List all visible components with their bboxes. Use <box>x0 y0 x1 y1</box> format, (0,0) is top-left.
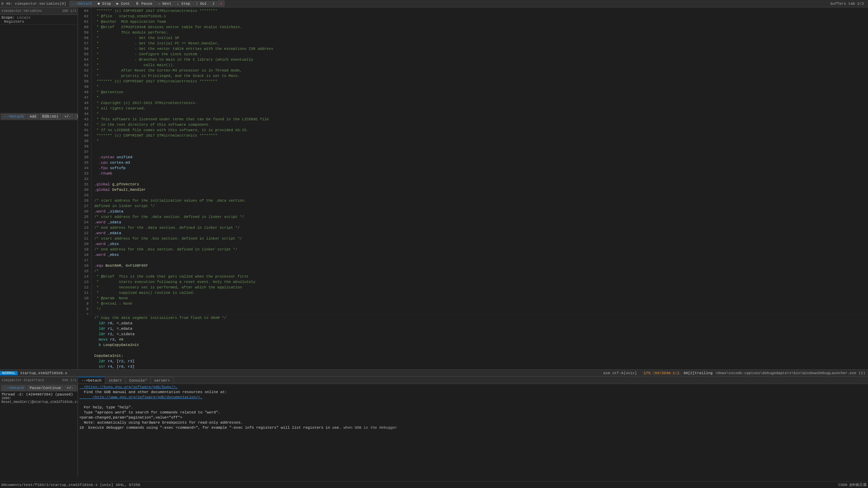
tabs-label: buffers tab 2/2 <box>830 2 864 6</box>
code-line: ******* (c) COPYRIGHT 2017 STMicroelectr… <box>94 8 868 14</box>
code-line: .word _sidata <box>94 209 868 214</box>
console-tabs: -->Detach stderr Console* server+ <box>78 377 868 384</box>
code-line: */ <box>94 306 868 312</box>
bl-pause-button[interactable]: Pause/Continue <box>27 385 63 391</box>
console-line-5: For help, type "help". <box>79 405 867 410</box>
code-line: defined in linker script */ <box>94 203 868 209</box>
bl-detach-button[interactable]: -->Detach <box>1 385 26 391</box>
app-container: 6 40: vimspector.Variables[0] -->Detach … <box>0 0 868 488</box>
trailing-status: 80[2]trailing <box>684 371 713 375</box>
code-line <box>94 258 868 263</box>
code-line <box>94 312 868 315</box>
code-line: * This module performs: <box>94 30 868 35</box>
detach-button[interactable]: -->Detach <box>70 1 94 6</box>
code-line: ldr r1, =_edata <box>94 326 868 331</box>
vim-mode: NORMAL <box>0 371 18 375</box>
code-line: * in the root directory of this software… <box>94 122 868 127</box>
stop-button[interactable]: ■ Stop <box>95 1 114 6</box>
left-pm-button[interactable]: +/- <box>62 114 74 119</box>
code-line: .thumb <box>94 171 868 176</box>
console-line-1: <https://bugs.gnu.org/software/gdb/bugs/… <box>79 385 867 390</box>
close-button[interactable]: ✕ <box>218 1 225 6</box>
editor-main: 6462616059 5857565554 5352515049 4847464… <box>78 7 868 369</box>
bottom-row: vimspector.StackTrace 54% 1/1 -->Detach … <box>0 376 868 481</box>
code-line <box>94 149 868 155</box>
bottom-right-console: -->Detach stderr Console* server+ <https… <box>78 377 868 481</box>
code-line: * <box>94 111 868 117</box>
bottom-status-text: D0cuments/test/f103/1/startup_stm32f103x… <box>1 483 140 487</box>
code-line: * @param None <box>94 296 868 301</box>
left-detach-button[interactable]: -->Detach <box>1 114 26 119</box>
console-line-9: 19 Execute debugger commands using "-exe… <box>79 425 867 430</box>
left-add-button[interactable]: Add <box>27 114 39 119</box>
code-line: * Copyright (c) 2017-2021 STMicroelectro… <box>94 100 868 106</box>
code-line: .word _sbss <box>94 241 868 247</box>
bottom-left-panel: vimspector.StackTrace 54% 1/1 -->Detach … <box>0 377 78 476</box>
code-line: ******* (c) COPYRIGHT 2017 STMicroelectr… <box>94 79 868 84</box>
thread-label: Thread -2: (4294967294) (paused) <box>1 392 76 396</box>
step-button[interactable]: ↓ Step <box>174 1 193 6</box>
bl-pm-button[interactable]: +/- <box>64 385 76 391</box>
code-line: ldr r0, =_sdata <box>94 321 868 326</box>
code-line <box>94 144 868 149</box>
code-line: str r4, [r0, r3] <box>94 364 868 369</box>
code-line: .global Default_Handler <box>94 187 868 192</box>
cont-button[interactable]: ▶ Cont <box>114 1 132 6</box>
vmgr-header: vimspector.Variables 100 1/1 <box>0 7 78 15</box>
left-delete-button[interactable]: 削除(GD) <box>40 113 61 120</box>
code-line: * @retval : None <box>94 301 868 306</box>
stacktrace-title: vimspector.StackTrace <box>1 379 44 382</box>
code-line <box>94 192 868 198</box>
code-line: * <box>94 95 868 100</box>
scope-registers[interactable]: Registers <box>1 20 76 24</box>
scope-locals[interactable]: Locals <box>17 16 31 20</box>
code-editor[interactable]: 6462616059 5857565554 5352515049 4847464… <box>78 7 868 315</box>
scope-label: Scope: Locals <box>1 16 76 20</box>
bottom-status-bar: D0cuments/test/f103/1/startup_stm32f103x… <box>0 481 868 488</box>
vmgr-size: 100 1/1 <box>62 9 76 13</box>
thread-frame: 1000: Reset_Handler()@startup_stm32f103x… <box>1 396 76 404</box>
code-line: /* Copy the data segment initializers fr… <box>94 315 868 321</box>
code-line: * - Set the vector table entries with th… <box>94 46 868 52</box>
top-toolbar: 6 40: vimspector.Variables[0] -->Detach … <box>0 0 868 7</box>
next-button[interactable]: → Next <box>156 1 174 6</box>
editor-row: vimspector.Variables 100 1/1 Scope: Loca… <box>0 7 868 369</box>
tab-server[interactable]: server+ <box>151 377 174 384</box>
position-status: 17% :64/364m s:1 <box>642 371 681 375</box>
code-line: .word _edata <box>94 230 868 236</box>
code-line: * All rights reserved. <box>94 106 868 111</box>
console-line-4 <box>79 400 867 405</box>
extra-code: /* Copy the data segment initializers fr… <box>78 315 868 369</box>
filename-status: startup_stm32f103xb.s <box>20 371 67 375</box>
code-content: 6462616059 5857565554 5352515049 4847464… <box>78 7 868 315</box>
code-line: movs r3, #0 <box>94 337 868 342</box>
code-line: .word _ebss <box>94 252 868 258</box>
code-line: /* start address for the initialization … <box>94 198 868 203</box>
code-line: * If no LICENSE file comes with this sof… <box>94 127 868 133</box>
vmgr-title: vimspector.Variables <box>1 9 42 13</box>
encoding-status: asm utf-8[unix] <box>603 371 637 375</box>
j-button[interactable]: J <box>210 1 217 6</box>
code-line: * supplied main() routine is called. <box>94 290 868 296</box>
code-lines: ******* (c) COPYRIGHT 2017 STMicroelectr… <box>92 7 868 315</box>
left-mid-toolbar: -->Detach Add 削除(GD) +/- Set Du <box>0 113 78 120</box>
console-content: <https://bugs.gnu.org/software/gdb/bugs/… <box>78 384 868 481</box>
left-panel: vimspector.Variables 100 1/1 Scope: Loca… <box>0 7 78 369</box>
pause-button[interactable]: ⏸ Pause <box>133 1 155 6</box>
code-line: /* end address for the .data section. de… <box>94 225 868 230</box>
console-line-3: <http://www.gnu.org/software/gdb/documen… <box>79 395 867 400</box>
tab-detach[interactable]: -->Detach <box>78 377 105 384</box>
code-line: * - Configure the clock system . <box>94 52 868 57</box>
code-line <box>94 348 868 353</box>
code-line: * starts execution following a reset eve… <box>94 279 868 285</box>
code-line: /* start address for the .data section. … <box>94 214 868 220</box>
code-line: .fpu softvfp <box>94 165 868 171</box>
code-line: * - Branches to main in the C library (w… <box>94 57 868 62</box>
tab-stderr[interactable]: stderr <box>105 377 126 384</box>
stacktrace-size: 54% 1/1 <box>62 379 76 382</box>
path-status: <dows\vscode-cpptoos\debugAdapters\bin\W… <box>715 371 865 375</box>
out-button[interactable]: ↑ Out <box>193 1 209 6</box>
console-line-8: Note: automatically using hardware break… <box>79 420 867 425</box>
tab-console[interactable]: Console* <box>126 377 151 384</box>
code-line: /* end address for the .bss section. def… <box>94 247 868 252</box>
